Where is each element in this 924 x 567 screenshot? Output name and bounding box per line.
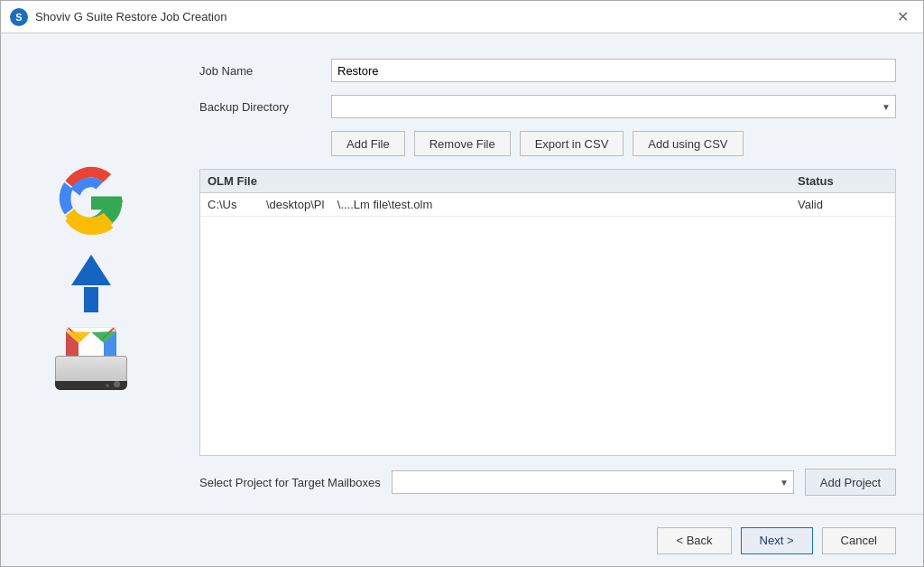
title-bar: S Shoviv G Suite Restore Job Creation ✕ [1,1,923,33]
col-status-header: Status [798,174,888,188]
add-file-button[interactable]: Add File [331,131,405,156]
backup-directory-select[interactable] [331,95,896,118]
app-icon: S [10,8,28,26]
content-area: Job Name Backup Directory ▼ Add File Rem… [1,33,923,514]
next-button[interactable]: Next > [741,527,813,554]
cell-status: Valid [798,198,888,211]
drive-light2 [106,384,109,387]
project-select-wrapper: ▼ [392,470,794,494]
arrow-body [84,287,98,312]
google-g-graphic [60,166,123,234]
table-body: C:\Us \desktop\Pl \....Lm file\test.olm … [200,193,895,455]
gmail-drive-icon [55,327,127,390]
backup-directory-label: Backup Directory [199,100,317,114]
project-select[interactable] [392,470,794,494]
job-name-input[interactable] [331,59,896,82]
cancel-button[interactable]: Cancel [822,527,896,554]
google-g-logo [51,158,132,239]
file-action-buttons: Add File Remove File Export in CSV Add u… [331,131,896,156]
select-project-row: Select Project for Target Mailboxes ▼ Ad… [199,469,896,496]
export-csv-button[interactable]: Export in CSV [520,131,624,156]
remove-file-button[interactable]: Remove File [414,131,511,156]
add-using-csv-button[interactable]: Add using CSV [633,131,743,156]
left-panel [1,33,181,514]
title-bar-left: S Shoviv G Suite Restore Job Creation [10,8,226,26]
job-name-row: Job Name [199,59,896,82]
footer: < Back Next > Cancel [1,514,923,566]
upload-arrow [71,255,111,320]
close-button[interactable]: ✕ [892,8,914,26]
backup-directory-wrapper: ▼ [331,95,896,118]
job-name-label: Job Name [199,64,317,78]
cell-file: C:\Us \desktop\Pl \....Lm file\test.olm [208,198,798,211]
window-title: Shoviv G Suite Restore Job Creation [35,10,226,23]
select-project-label: Select Project for Target Mailboxes [199,476,381,489]
add-project-button[interactable]: Add Project [805,469,896,496]
col-file-header: OLM File [208,174,798,188]
backup-directory-row: Backup Directory ▼ [199,95,896,118]
arrow-head [71,255,111,285]
main-window: S Shoviv G Suite Restore Job Creation ✕ [0,0,924,567]
drive-light [114,381,120,387]
table-header: OLM File Status [200,170,895,193]
back-button[interactable]: < Back [657,527,731,554]
table-row[interactable]: C:\Us \desktop\Pl \....Lm file\test.olm … [200,193,895,217]
right-panel: Job Name Backup Directory ▼ Add File Rem… [181,33,923,514]
file-table: OLM File Status C:\Us \desktop\Pl \....L… [199,169,896,456]
